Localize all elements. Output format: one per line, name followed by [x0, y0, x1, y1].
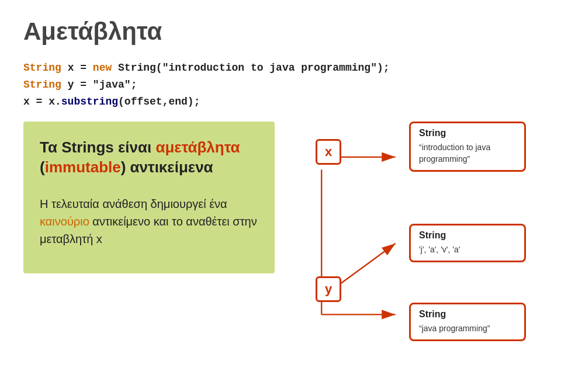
code-text-2: String("introduction to java programming…	[118, 62, 389, 74]
left-panel: Τα Strings είναι αμετάβλητα (immutable) …	[23, 122, 275, 273]
code-line-3: x = x.substring(offset,end);	[23, 93, 538, 110]
code-method-kw: substring	[61, 96, 118, 107]
string-box-bottom-header: String	[419, 309, 516, 320]
page-title: Αμετάβλητα	[23, 18, 538, 46]
code-text-4: x = x.	[23, 96, 61, 107]
code-text-3: y = "java";	[68, 79, 137, 91]
string-box-top-header: String	[419, 128, 516, 138]
code-block: String x = new String("introduction to j…	[23, 60, 538, 110]
string-box-bottom-content: “java programming”	[419, 323, 516, 335]
string-box-mid-header: String	[419, 230, 516, 241]
main-text-highlight: αμετάβλητα	[155, 138, 240, 156]
string-box-bottom: String “java programming”	[409, 303, 526, 341]
string-box-top-content: “introduction to java programming”	[419, 142, 516, 165]
code-new-kw: new	[93, 62, 112, 74]
main-content: Τα Strings είναι αμετάβλητα (immutable) …	[23, 122, 538, 344]
main-text-immutable: (	[40, 158, 45, 176]
right-diagram: x y String “introduction to java program…	[280, 122, 538, 344]
svg-line-2	[338, 244, 395, 286]
string-box-mid: String 'j', 'a', 'v', 'a'	[409, 224, 526, 262]
sub-text-highlight: καινούριο	[40, 215, 89, 228]
sub-panel-text: Η τελευταία ανάθεση δημιουργεί ένα καινο…	[40, 195, 257, 248]
code-text-1: x =	[68, 62, 93, 74]
code-line-2: String y = "java";	[23, 77, 538, 93]
code-line-1: String x = new String("introduction to j…	[23, 60, 538, 77]
sub-text-before: Η τελευταία ανάθεση δημιουργεί ένα	[40, 197, 227, 210]
immutable-label: immutable	[45, 158, 121, 176]
main-panel-text: Τα Strings είναι αμετάβλητα (immutable) …	[40, 138, 257, 178]
code-string-kw-1: String	[23, 62, 61, 74]
var-y-label: y	[316, 276, 341, 302]
var-x-label: x	[316, 139, 341, 165]
code-text-5: (offset,end);	[118, 96, 200, 107]
code-string-kw-2: String	[23, 79, 61, 91]
main-text-after: ) αντικείμενα	[121, 158, 213, 176]
page: Αμετάβλητα String x = new String("introd…	[0, 0, 561, 392]
string-box-top: String “introduction to java programming…	[409, 122, 526, 171]
main-text-before: Τα Strings είναι	[40, 138, 155, 156]
string-box-mid-content: 'j', 'a', 'v', 'a'	[419, 244, 516, 256]
